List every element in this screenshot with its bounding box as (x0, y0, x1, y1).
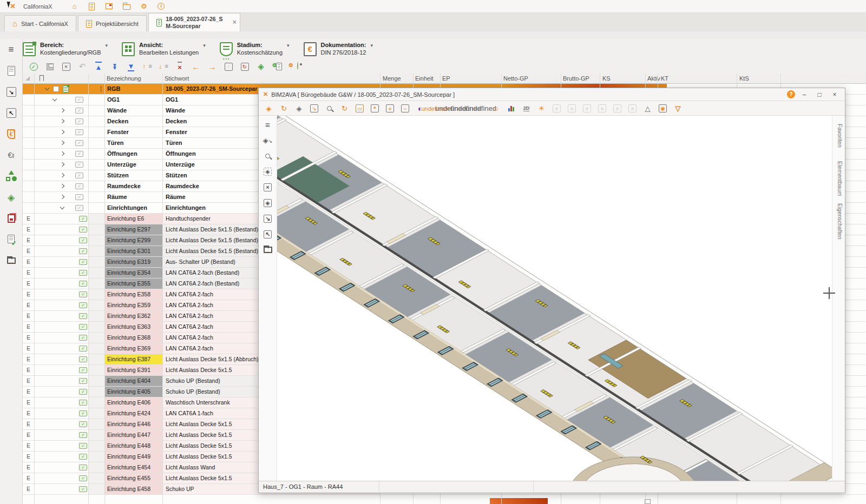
checked-tag-icon[interactable]: ✓ (79, 281, 87, 287)
nav-back-button[interactable]: ← (189, 61, 202, 72)
checked-tag-icon[interactable]: ✓ (79, 335, 87, 341)
column-header-kt[interactable]: KT (661, 75, 668, 82)
zoom-window-icon[interactable] (323, 103, 336, 114)
bezeichnung-cell[interactable]: Einrichtung E362 (104, 311, 162, 321)
bezeichnung-cell[interactable]: Einrichtung E406 (104, 397, 162, 408)
solid-mode-3-icon[interactable]: undefined (474, 103, 488, 114)
chevron-collapse-icon[interactable] (60, 173, 64, 177)
tab-project-document[interactable]: 18-005_2023-07-26_SM-Sourcepar× (148, 13, 240, 31)
view-rotate-icon[interactable]: ↻ (338, 103, 351, 114)
chevron-expand-icon[interactable] (53, 97, 57, 101)
rail-element-box-icon[interactable]: ◈ (262, 197, 274, 208)
bezeichnung-cell[interactable]: Einrichtung E299 (104, 235, 162, 246)
info-icon[interactable]: i (156, 2, 166, 11)
highlight-all-icon[interactable]: * (368, 103, 382, 114)
bezeichnung-cell[interactable]: Türen (104, 138, 162, 148)
column-header-brutto-gp[interactable]: Brutto-GP (563, 75, 589, 82)
rail-select-region-icon[interactable]: ◈ (262, 166, 274, 177)
bezeichnung-cell[interactable]: Stützen (104, 170, 162, 181)
image-refresh-button[interactable]: ↻ (238, 61, 251, 72)
chevron-collapse-icon[interactable] (60, 195, 64, 199)
chevron-collapse-icon[interactable] (60, 119, 64, 123)
sidebar-menu-icon[interactable]: ≡ (4, 43, 18, 56)
bezeichnung-cell[interactable]: Einrichtung E369 (104, 343, 162, 354)
jump-bottom-button[interactable]: ▼ (124, 61, 137, 72)
bezeichnung-cell[interactable]: Einrichtung E405 (104, 387, 162, 397)
3d-viewport[interactable] (277, 116, 832, 481)
zoom-out-icon[interactable]: − (398, 103, 412, 114)
checked-tag-icon[interactable]: ✓ (79, 248, 87, 254)
dimension-2d-icon[interactable]: 2D (520, 103, 533, 114)
checked-tag-icon[interactable]: ✓ (79, 356, 87, 362)
close-tab-icon[interactable]: × (233, 19, 237, 26)
chevron-collapse-icon[interactable] (60, 108, 64, 112)
home-icon[interactable]: ⌂ (70, 2, 80, 11)
checked-tag-icon[interactable]: ✓ (79, 465, 87, 470)
bezeichnung-cell[interactable]: Einrichtung E391 (104, 365, 162, 375)
kebab-menu-icon[interactable]: ⋮ (98, 84, 104, 94)
bezeichnung-cell[interactable]: Einrichtung E359 (104, 300, 162, 310)
bezeichnung-cell[interactable]: Einrichtung E449 (104, 452, 162, 462)
rail-zoom-icon[interactable] (262, 150, 274, 161)
bezeichnung-cell[interactable]: OG1 (104, 95, 162, 105)
sidebar-report-icon[interactable] (4, 64, 18, 77)
checked-tag-icon[interactable]: ✓ (79, 324, 87, 330)
jump-top-button[interactable]: ▲ (92, 61, 105, 72)
rail-model-arrow-icon[interactable]: ◈↘ (262, 135, 274, 145)
sidebar-import-icon[interactable]: ↘ (4, 85, 18, 98)
ansicht-dropdown[interactable]: Ansicht:Bearbeiten Leistungen▾ (122, 42, 206, 57)
chevron-collapse-icon[interactable] (60, 184, 64, 188)
checked-tag-icon[interactable]: ✓ (79, 410, 87, 416)
settings-gear-icon[interactable]: ⚙ (139, 2, 149, 11)
tab-start[interactable]: ⌂Start - CaliforniaX (4, 15, 76, 31)
bezeichnung-cell[interactable]: Einrichtung E301 (104, 246, 162, 256)
filter-icon[interactable]: ▽ (671, 103, 685, 114)
visibility-settings-button[interactable]: ⚙ (287, 61, 300, 72)
chevron-expand-icon[interactable] (60, 205, 64, 209)
bezeichnung-cell[interactable]: Räume (104, 192, 162, 202)
bezeichnung-cell[interactable]: Einrichtung E297 (104, 224, 162, 235)
sort-triangle-icon[interactable] (25, 75, 30, 82)
bezeichnung-cell[interactable]: Einrichtung E354 (104, 268, 162, 278)
dokumentation-dropdown[interactable]: €Dokumentation:DIN 276/2018-12▾ (304, 42, 373, 57)
checked-tag-icon[interactable]: ✓ (79, 259, 87, 265)
sidebar-shapes-icon[interactable] (4, 170, 18, 183)
chevron-expand-icon[interactable] (45, 86, 49, 90)
indent-up-button[interactable]: ≡↑ (141, 61, 154, 72)
sidebar-model-3d-icon[interactable]: ◈ (4, 191, 18, 204)
column-header-kts[interactable]: KtS (739, 75, 749, 82)
column-header-einheit[interactable]: Einheit (415, 75, 434, 82)
nav-forward-button[interactable]: → (206, 61, 219, 72)
chevron-collapse-icon[interactable] (60, 141, 64, 145)
bezeichnung-cell[interactable]: Einrichtung E387 (104, 354, 162, 364)
zoom-in-icon[interactable]: + (383, 103, 397, 114)
bezeichnung-cell[interactable]: Einrichtung E455 (104, 473, 162, 483)
chevron-collapse-icon[interactable] (60, 162, 64, 167)
checked-tag-icon[interactable]: ✓ (79, 475, 87, 481)
sidebar-price-tag-icon[interactable]: € (4, 128, 18, 141)
checked-tag-icon[interactable]: ✓ (79, 400, 87, 406)
jump-down-button[interactable]: ▼▼ (108, 61, 121, 72)
confirm-button[interactable]: ✓ (27, 61, 40, 72)
column-header-menge[interactable]: Menge (383, 75, 401, 82)
bezeichnung-cell[interactable]: Einrichtung E319 (104, 257, 162, 267)
snapshot-icon[interactable]: ◉ (656, 103, 670, 114)
checked-tag-icon[interactable]: ✓ (79, 270, 87, 276)
window-icon[interactable] (104, 2, 114, 11)
checked-tag-icon[interactable]: ✓ (79, 443, 87, 449)
checked-tag-icon[interactable]: ✓ (79, 421, 87, 427)
side-tab-elementbaum[interactable]: Elementbaum (837, 161, 843, 196)
checked-tag-icon[interactable]: ✓ (79, 432, 87, 438)
bookmark-icon[interactable] (40, 75, 44, 82)
close-button[interactable]: × (829, 91, 841, 98)
bezeichnung-cell[interactable]: Einrichtung E447 (104, 430, 162, 440)
section-plane-icon[interactable]: ▭ (353, 103, 366, 114)
bezeichnung-cell[interactable]: Wände (104, 105, 162, 116)
checked-tag-icon[interactable]: ✓ (79, 216, 87, 222)
maximize-button[interactable]: □ (813, 91, 825, 98)
bezeichnung-cell[interactable]: Einrichtung E448 (104, 441, 162, 451)
minimize-button[interactable]: – (798, 91, 810, 98)
nav-cube-settings-icon[interactable]: ◈ (262, 103, 275, 114)
report-settings-button[interactable]: ⚙ (271, 61, 284, 72)
bezeichnung-cell[interactable]: RGB (104, 84, 162, 94)
